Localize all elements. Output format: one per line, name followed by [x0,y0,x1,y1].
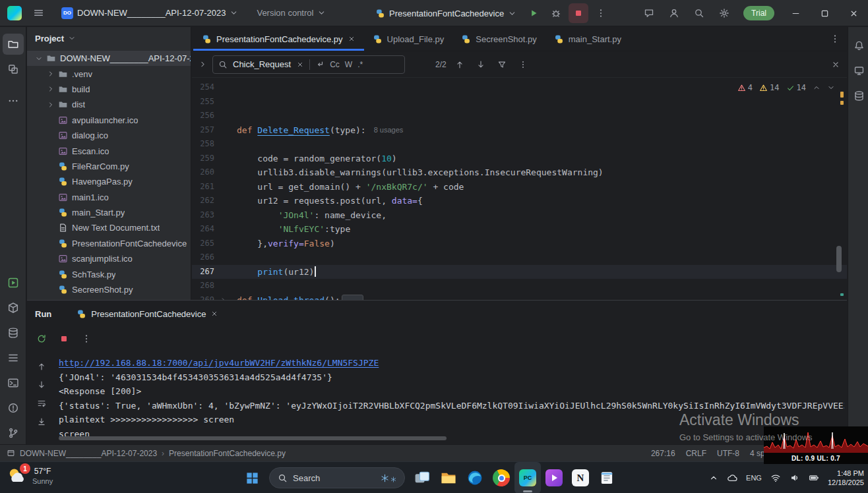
code-line[interactable]: 266 [192,250,847,265]
tool-services-button[interactable] [3,272,24,293]
console-link[interactable]: http://192.168.88.18:7000/api/jpv4urbWV2… [59,358,379,368]
run-console[interactable]: http://192.168.88.18:7000/api/jpv4urbWV2… [59,356,844,438]
run-configuration-button[interactable]: PresentationFontCachedevice [371,3,521,23]
code-line[interactable]: 255 [192,95,847,109]
tool-device-button[interactable] [848,60,868,81]
tree-item[interactable]: .venv [27,66,191,81]
more-run-actions-button[interactable] [591,3,611,23]
start-button[interactable] [239,462,265,493]
tool-database-button[interactable] [3,322,24,343]
code-line[interactable]: 267 print(ur12) [192,265,847,279]
search-field[interactable]: Chick_Request Cc W .* [212,55,405,74]
previous-problem-button[interactable] [813,84,821,92]
language-indicator[interactable]: ENG [746,474,762,482]
tool-more-button[interactable] [3,90,24,111]
code-line[interactable]: 258 [192,137,847,152]
tabs-more-button[interactable] [830,27,840,51]
profile-button[interactable] [664,3,684,23]
task-view-taskbar-button[interactable] [409,462,435,493]
tree-item[interactable]: dist [27,97,191,112]
code-line[interactable]: 259 code = random_generator(10) [192,152,847,166]
minimize-button[interactable] [781,0,810,26]
tree-item[interactable]: New Text Document.txt [27,220,191,235]
tool-structure-button[interactable] [3,347,24,368]
code-line[interactable]: 268 [192,279,847,293]
project-widget-button[interactable]: DO DOWN-NEW________API-12-07-2023 [57,3,243,23]
taskbar-search[interactable]: Search [269,467,405,488]
up-stack-trace-button[interactable] [34,359,49,374]
words-toggle[interactable]: W [345,60,352,69]
warning-stripe-mark[interactable] [840,101,844,105]
info-stripe-mark[interactable] [840,293,844,296]
tool-notifications-button[interactable] [848,35,868,56]
tool-commit-button[interactable] [3,59,24,80]
tool-terminal-button[interactable] [3,372,24,393]
code-line[interactable]: 261 url = get_domain() + '/nxBkQR7c/' + … [192,180,847,194]
stop-process-button[interactable] [56,331,72,347]
file-explorer-taskbar-button[interactable] [435,462,462,493]
clear-search-button[interactable] [296,61,304,69]
warning-stripe-mark[interactable] [840,92,844,98]
tool-project-button[interactable] [3,34,24,55]
code-line[interactable]: 256 [192,109,847,123]
close-button[interactable] [839,0,868,26]
next-match-button[interactable] [473,60,489,69]
inspection-error-button[interactable]: 4 [737,83,753,92]
editor-tab[interactable]: main_Start.py [545,27,630,51]
newline-toggle[interactable] [315,60,325,69]
inspection-ok-button[interactable]: 14 [786,83,806,92]
tree-item[interactable]: SchTask.py [27,266,191,281]
tool-database-button[interactable] [848,85,868,106]
notes-taskbar-button[interactable]: N [567,462,594,493]
chevron-right-icon[interactable] [46,85,56,93]
tree-item[interactable]: avpuilauncher.ico [27,113,191,128]
tree-item[interactable]: main_Start.py [27,205,191,220]
wifi-icon[interactable] [770,473,781,483]
code-line[interactable]: 262 ur12 = requests.post(url, data={ [192,194,847,208]
media-taskbar-button[interactable] [541,462,567,493]
tool-branch-button[interactable] [3,422,24,444]
edge-taskbar-button[interactable] [462,462,488,493]
code-line[interactable]: 263 'JOn4l': name_device, [192,208,847,223]
fold-marker-icon[interactable] [214,293,232,301]
vcs-widget-button[interactable]: Version control [252,3,330,23]
editor-tab[interactable]: PresentationFontCachedevice.py [193,27,364,51]
run-tab[interactable]: PresentationFontCachedevice [77,309,218,319]
chevron-down-icon[interactable] [34,55,44,63]
pycharm-taskbar-button[interactable]: PC [514,462,541,493]
tree-item[interactable]: build [27,82,191,97]
project-panel-header[interactable]: Project [27,27,191,49]
down-stack-trace-button[interactable] [34,377,49,393]
stop-button[interactable] [569,3,588,23]
console-horizontal-scrollbar[interactable] [59,436,447,440]
tree-item[interactable]: scanjumplist.ico [27,251,191,266]
tree-item[interactable]: dialog.ico [27,128,191,143]
code-editor[interactable]: 254255256257def Delete_Request(type):8 u… [192,78,847,300]
debug-button[interactable] [546,3,566,23]
chevron-right-icon[interactable] [46,101,56,109]
close-find-bar-button[interactable] [831,60,840,69]
trial-badge[interactable]: Trial [743,6,774,20]
search-query[interactable]: Chick_Request [233,59,291,69]
settings-button[interactable] [714,3,734,23]
code-with-me-button[interactable] [639,3,659,23]
code-line[interactable]: 257def Delete_Request(type):8 usages [192,123,847,138]
search-everywhere-button[interactable] [689,3,709,23]
search-more-button[interactable] [515,60,531,69]
editor-tab[interactable]: SecreenShot.py [452,27,545,51]
volume-icon[interactable] [790,473,800,483]
line-separator[interactable]: CRLF [686,449,706,458]
tree-item[interactable]: main1.ico [27,190,191,205]
code-line[interactable]: 264 'NLfvEYC':type [192,222,847,237]
tree-item[interactable]: PresentationFontCachedevice [27,236,191,251]
cloud-icon[interactable] [727,473,737,483]
tool-problems-button[interactable] [3,397,24,419]
editor-scrollbar[interactable] [836,246,842,272]
tab-close-button[interactable] [348,35,356,43]
breadcrumb-file[interactable]: PresentationFontCachedevice.py [169,449,286,458]
chevron-right-icon[interactable] [199,60,207,69]
inspection-warning-button[interactable]: 14 [759,83,779,92]
code-line[interactable]: 269def Upload_thread():... [192,293,847,301]
breadcrumb-project[interactable]: DOWN-NEW________API-12-07-2023 [20,449,157,458]
code-line[interactable]: 265 },verify=False) [192,237,847,251]
